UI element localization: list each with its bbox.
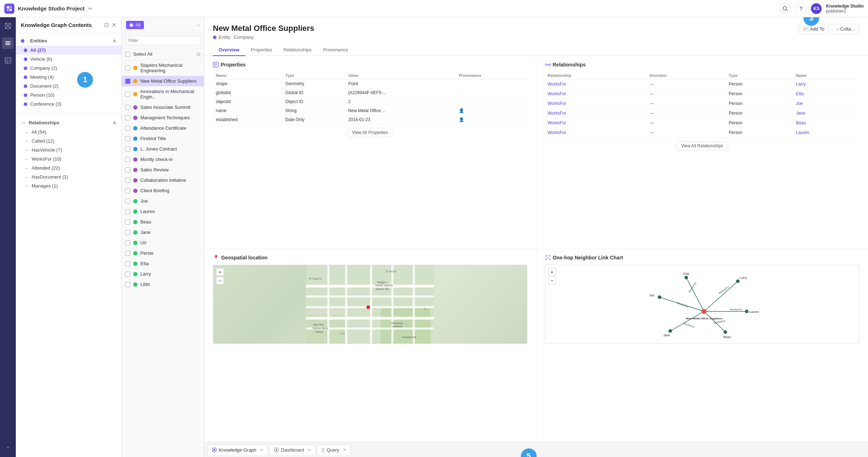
entity-list-item[interactable]: Attendance Certificate bbox=[122, 123, 204, 133]
rel-target-link[interactable]: Larry bbox=[796, 82, 806, 87]
help-button[interactable]: ? bbox=[795, 3, 807, 14]
entity-item-checkbox[interactable] bbox=[125, 240, 130, 245]
rel-target[interactable]: Joe bbox=[793, 99, 859, 109]
entity-item-checkbox[interactable] bbox=[125, 261, 130, 266]
entity-list-item[interactable]: Persie bbox=[122, 248, 204, 258]
sidebar-item-company[interactable]: Company (2) bbox=[16, 64, 121, 73]
entity-item-checkbox[interactable] bbox=[125, 272, 130, 277]
rel-name[interactable]: WorksFor bbox=[545, 79, 647, 89]
sidebar-item-all-rel[interactable]: → All (54) bbox=[16, 128, 121, 137]
entity-list-item[interactable]: Staplers Mechanical Engineering bbox=[122, 60, 204, 76]
entity-list-item[interactable]: New Metal Office Suppliers bbox=[122, 76, 204, 86]
sidebar-item-conference[interactable]: Conference (3) bbox=[16, 100, 121, 109]
rel-name-link[interactable]: WorksFor bbox=[548, 130, 566, 135]
entities-collapse-icon[interactable]: ∧ bbox=[113, 38, 116, 43]
entity-item-checkbox[interactable] bbox=[125, 178, 130, 183]
entity-list-item[interactable]: Collaboration initiative bbox=[122, 175, 204, 185]
entity-item-checkbox[interactable] bbox=[125, 115, 130, 120]
rel-name[interactable]: WorksFor bbox=[545, 109, 647, 118]
rel-name[interactable]: WorksFor bbox=[545, 99, 647, 109]
relationships-collapse-icon[interactable]: ∧ bbox=[113, 120, 116, 125]
entity-item-checkbox[interactable] bbox=[125, 136, 130, 141]
map-zoom-out[interactable]: − bbox=[216, 277, 224, 285]
sidebar-item-attended[interactable]: → Attended (22) bbox=[16, 163, 121, 172]
tab-provenance[interactable]: Provenance bbox=[317, 44, 354, 56]
entity-item-checkbox[interactable] bbox=[125, 105, 130, 110]
entity-list-item[interactable]: Uri bbox=[122, 237, 204, 248]
rel-target[interactable]: Beau bbox=[793, 118, 859, 128]
rel-name-link[interactable]: WorksFor bbox=[548, 120, 566, 125]
entity-list-item[interactable]: Lauren bbox=[122, 206, 204, 217]
entity-item-checkbox[interactable] bbox=[125, 251, 130, 256]
rel-target[interactable]: Larry bbox=[793, 79, 859, 89]
sidebar-item-all-entities[interactable]: All (27) bbox=[16, 46, 121, 55]
sidebar-item-hasvehicle[interactable]: → HasVehicle (7) bbox=[16, 146, 121, 154]
nav-icon-layers[interactable] bbox=[2, 37, 14, 49]
entities-section-header[interactable]: Entities ∧ bbox=[16, 36, 121, 46]
tab-overview[interactable]: Overview bbox=[213, 44, 245, 56]
entity-list-item[interactable]: Sales Associate Summit bbox=[122, 102, 204, 112]
search-button[interactable] bbox=[779, 3, 791, 14]
nav-icon-table[interactable] bbox=[2, 55, 14, 66]
sidebar-item-manages[interactable]: → Manages (1) bbox=[16, 181, 121, 190]
bottom-tab-query[interactable]: {} Query ✕ bbox=[317, 445, 351, 455]
view-all-properties-btn[interactable]: View All Properties bbox=[347, 128, 393, 137]
sidebar-close-icon[interactable]: ✕ bbox=[112, 22, 116, 28]
entity-list-item[interactable]: Lilith bbox=[122, 279, 204, 290]
sidebar-expand-icon[interactable]: ⊡ bbox=[104, 22, 109, 28]
rel-name[interactable]: WorksFor bbox=[545, 128, 647, 138]
entity-list-item[interactable]: Innovations in Mechanical Engin... bbox=[122, 86, 204, 102]
prov-icon[interactable]: 👤 bbox=[459, 108, 464, 113]
select-all-row[interactable]: Select All ⊡ bbox=[122, 49, 204, 60]
multi-select-icon[interactable]: ⊡ bbox=[197, 52, 200, 57]
sidebar-item-meeting[interactable]: Meeting (4) bbox=[16, 73, 121, 82]
sidebar-item-called[interactable]: → Called (12) bbox=[16, 137, 121, 146]
entity-list-item[interactable]: Montly check-in bbox=[122, 154, 204, 165]
nav-icon-graph[interactable] bbox=[2, 20, 14, 32]
entity-item-checkbox[interactable] bbox=[125, 199, 130, 204]
sidebar-item-person[interactable]: Person (10) bbox=[16, 91, 121, 100]
rel-target-link[interactable]: Lauren bbox=[796, 130, 809, 135]
map-zoom-in[interactable]: + bbox=[216, 268, 224, 276]
rel-name-link[interactable]: WorksFor bbox=[548, 101, 566, 106]
rel-target[interactable]: Lauren bbox=[793, 128, 859, 138]
rel-target-link[interactable]: Joe bbox=[796, 101, 803, 106]
entity-item-checkbox[interactable] bbox=[125, 65, 130, 70]
rel-target-link[interactable]: Etta bbox=[796, 91, 803, 96]
entity-item-checkbox[interactable] bbox=[125, 147, 130, 152]
bottom-tab-query-close[interactable]: ✕ bbox=[343, 448, 346, 452]
entity-item-checkbox[interactable] bbox=[125, 220, 130, 225]
select-all-checkbox[interactable] bbox=[125, 52, 130, 57]
tab-properties[interactable]: Properties bbox=[245, 44, 278, 56]
filter-input[interactable] bbox=[125, 36, 200, 45]
rel-name-link[interactable]: WorksFor bbox=[548, 91, 566, 96]
view-all-relationships-btn[interactable]: View All Relationships bbox=[676, 141, 728, 151]
bottom-tab-dashboard[interactable]: Dashboard ✕ bbox=[269, 445, 316, 455]
sidebar-item-vehicle[interactable]: Vehicle (6) bbox=[16, 55, 121, 64]
entity-item-checkbox[interactable] bbox=[125, 92, 130, 97]
rel-name-link[interactable]: WorksFor bbox=[548, 111, 566, 116]
nav-expand-btn[interactable]: » bbox=[7, 444, 9, 454]
graph-zoom-in[interactable]: + bbox=[548, 268, 556, 276]
entity-item-checkbox[interactable] bbox=[125, 157, 130, 162]
bottom-tab-kg-close[interactable]: ✕ bbox=[260, 448, 263, 452]
rel-target-link[interactable]: Beau bbox=[796, 120, 806, 125]
entity-item-checkbox[interactable] bbox=[125, 188, 130, 193]
rel-target[interactable]: Jane bbox=[793, 109, 859, 118]
entity-list-item[interactable]: Etta bbox=[122, 258, 204, 269]
entity-item-checkbox[interactable] bbox=[125, 126, 130, 131]
sidebar-item-hasdocument[interactable]: → HasDocument (2) bbox=[16, 172, 121, 181]
entity-item-checkbox[interactable] bbox=[125, 230, 130, 235]
entity-list-collapse[interactable]: « bbox=[197, 23, 200, 27]
entity-item-checkbox[interactable] bbox=[125, 282, 130, 287]
entity-list-item[interactable]: Larry bbox=[122, 269, 204, 279]
entity-list-item[interactable]: Client Briefing bbox=[122, 185, 204, 196]
bottom-tab-knowledge-graph[interactable]: Knowledge Graph ✕ bbox=[207, 445, 268, 455]
entity-item-checkbox[interactable] bbox=[125, 79, 130, 84]
sidebar-item-document[interactable]: Document (2) bbox=[16, 82, 121, 91]
rel-name-link[interactable]: WorksFor bbox=[548, 82, 566, 87]
all-badge[interactable]: All bbox=[126, 21, 144, 29]
entity-list-item[interactable]: L. Jones Contract bbox=[122, 144, 204, 154]
tab-relationships[interactable]: Relationships bbox=[278, 44, 317, 56]
rel-name[interactable]: WorksFor bbox=[545, 118, 647, 128]
